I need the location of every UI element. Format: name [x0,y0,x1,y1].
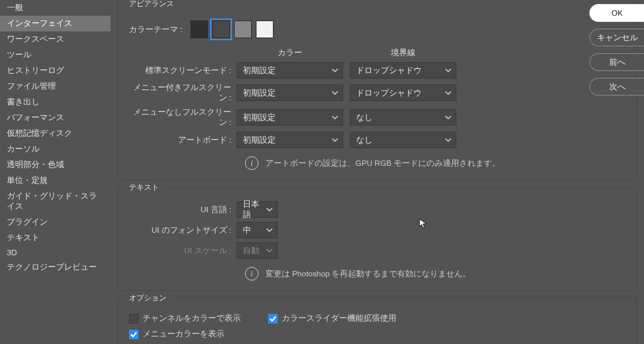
checkbox-icon [129,314,138,324]
text-panel-title: テキスト [125,182,163,192]
standard-screen-border-select[interactable]: ドロップシャドウ [350,62,456,78]
chevron-down-icon [445,114,452,121]
sidebar-item-guides[interactable]: ガイド・グリッド・スライス [0,188,111,214]
chevron-down-icon [332,114,338,121]
standard-screen-color-select[interactable]: 初期設定 [237,62,343,78]
chevron-down-icon [445,89,452,96]
swatch-light[interactable] [234,20,252,38]
menubar-fullscreen-color-select[interactable]: 初期設定 [237,85,343,101]
sidebar-item-transparency[interactable]: 透明部分・色域 [0,157,111,173]
sidebar-item-type[interactable]: テキスト [0,230,111,246]
color-column-header: カラー [237,48,343,58]
checkbox-icon [268,314,278,324]
ui-scale-label: UI スケール : [129,246,237,256]
sidebar-item-history[interactable]: ヒストリーログ [0,63,111,78]
sidebar-item-general[interactable]: 一般 [0,0,111,16]
sidebar-item-export[interactable]: 書き出し [0,94,111,110]
fullscreen-color-select[interactable]: 初期設定 [237,109,343,126]
sidebar-item-performance[interactable]: パフォーマンス [0,110,111,126]
menubar-fullscreen-border-select[interactable]: ドロップシャドウ [350,85,456,101]
sidebar-item-file-handling[interactable]: ファイル管理 [0,78,111,94]
menubar-fullscreen-label: メニュー付きフルスクリーン : [129,83,237,103]
color-theme-label: カラーテーマ : [129,25,190,35]
chevron-down-icon [332,137,338,143]
menu-color-label: メニューカラーを表示 [143,329,224,339]
fullscreen-border-select[interactable]: なし [350,109,456,126]
sidebar-item-tech-preview[interactable]: テクノロジープレビュー [0,259,111,275]
menu-color-checkbox[interactable]: メニューカラーを表示 [129,329,224,339]
border-column-header: 境界線 [350,48,456,58]
ui-lang-label: UI 言語 : [129,205,237,215]
info-icon: i [245,267,259,281]
artboard-border-select[interactable]: なし [350,132,456,148]
ui-lang-select[interactable]: 日本語 [237,201,278,218]
show-channels-checkbox[interactable]: チャンネルをカラーで表示 [129,313,241,324]
ui-scale-select: 自動 [237,242,278,259]
color-slider-label: カラースライダー機能拡張使用 [282,313,396,324]
artboard-color-select[interactable]: 初期設定 [237,132,343,148]
appearance-title: アピアランス [125,0,178,9]
chevron-down-icon [266,227,273,233]
dialog-buttons: OK キャンセル 前へ 次へ [589,4,644,96]
chevron-down-icon [332,89,338,96]
screen-mode-header: カラー 境界線 [129,48,626,58]
appearance-panel: アピアランス カラーテーマ : カラー 境界線 標準スクリーンモード : 初期設… [117,0,637,180]
sidebar-item-tools[interactable]: ツール [0,47,111,63]
color-theme-swatches [190,20,274,38]
sidebar-item-workspace[interactable]: ワークスペース [0,31,111,47]
chevron-down-icon [266,206,273,213]
sidebar: 一般 インターフェイス ワークスペース ツール ヒストリーログ ファイル管理 書… [0,0,111,344]
restart-info-text: 変更は Photoshop を再起動するまで有効になりません。 [265,269,471,279]
swatch-darkest[interactable] [190,20,208,38]
chevron-down-icon [332,67,338,74]
artboard-info-text: アートボードの設定は、GPU RGB モードにのみ適用されます。 [265,158,500,169]
checkbox-icon [129,330,138,339]
next-button[interactable]: 次へ [589,78,644,96]
sidebar-item-plugins[interactable]: プラグイン [0,214,111,230]
swatch-lightest[interactable] [256,20,274,38]
sidebar-item-3d[interactable]: 3D [0,246,111,259]
text-panel: テキスト UI 言語 : 日本語 UI のフォントサイズ : 中 UI スケール… [117,187,637,291]
cancel-button[interactable]: キャンセル [589,29,644,46]
sidebar-item-interface[interactable]: インターフェイス [0,16,111,31]
options-panel: オプション チャンネルをカラーで表示 カラースライダー機能拡張使用 メニューカラ… [117,298,637,344]
sidebar-item-scratch[interactable]: 仮想記憶ディスク [0,126,111,141]
options-panel-title: オプション [125,293,171,303]
show-channels-label: チャンネルをカラーで表示 [143,313,241,324]
color-slider-checkbox[interactable]: カラースライダー機能拡張使用 [268,313,396,324]
artboard-label: アートボード : [129,135,237,145]
chevron-down-icon [445,137,452,143]
fullscreen-label: メニューなしフルスクリーン : [129,107,237,128]
chevron-down-icon [445,67,452,74]
ok-button[interactable]: OK [589,4,644,22]
prev-button[interactable]: 前へ [589,53,644,71]
ui-font-label: UI のフォントサイズ : [129,225,237,235]
sidebar-item-cursors[interactable]: カーソル [0,141,111,157]
chevron-down-icon [266,247,273,254]
sidebar-item-units[interactable]: 単位・定規 [0,173,111,188]
main-content: アピアランス カラーテーマ : カラー 境界線 標準スクリーンモード : 初期設… [111,0,644,344]
ui-font-select[interactable]: 中 [237,222,278,238]
info-icon: i [245,156,259,170]
standard-screen-label: 標準スクリーンモード : [129,66,237,76]
swatch-dark[interactable] [212,20,230,38]
